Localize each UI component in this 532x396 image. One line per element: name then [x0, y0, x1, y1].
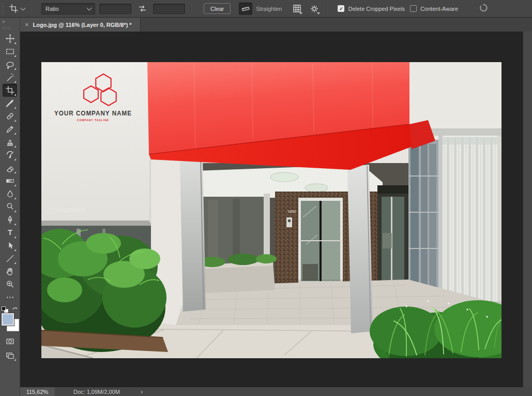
ellipsis-icon [5, 292, 15, 302]
close-tab-icon[interactable]: × [25, 21, 29, 28]
crop-height-input[interactable] [153, 4, 185, 14]
healing-brush-tool[interactable] [3, 110, 17, 123]
line-tool[interactable] [3, 252, 17, 265]
status-chevron-icon[interactable]: › [141, 389, 143, 394]
status-bar: 115,62% Doc: 1,09M/2,00M › [20, 387, 532, 396]
document-tab[interactable]: × Logo.jpg @ 116% (Layer 0, RGB/8*) * [20, 18, 141, 32]
history-brush-tool-icon [5, 150, 15, 160]
screen-mode-button[interactable] [3, 349, 17, 362]
history-brush-tool[interactable] [3, 149, 17, 162]
planter-box [193, 254, 277, 294]
divider [326, 3, 327, 14]
path-selection-tool[interactable] [3, 239, 17, 252]
quick-mask-button[interactable] [3, 335, 17, 348]
company-name-text: YOUR COMPANY NAME [54, 110, 132, 117]
move-tool[interactable] [3, 32, 17, 45]
clear-button[interactable]: Clear [204, 3, 231, 14]
content-aware-checkbox[interactable] [410, 5, 417, 12]
eraser-tool-icon [5, 163, 15, 173]
straighten-button[interactable] [239, 3, 252, 15]
document-size-info: Doc: 1,09M/2,00M [73, 389, 120, 395]
type-tool[interactable]: T [3, 226, 17, 239]
chevron-down-icon [317, 12, 320, 14]
overlay-options-button[interactable] [290, 3, 303, 15]
gradient-tool[interactable] [3, 174, 17, 187]
eraser-tool[interactable] [3, 162, 17, 174]
divider [30, 3, 31, 14]
document-tab-bar: × Logo.jpg @ 116% (Layer 0, RGB/8*) * [20, 18, 532, 32]
dodge-tool-icon [5, 202, 15, 212]
zoom-tool-icon [5, 280, 15, 289]
crop-tool[interactable] [3, 84, 17, 97]
blur-tool[interactable] [3, 187, 17, 200]
screen-mode-icon [5, 350, 15, 360]
collapsed-panel-strip[interactable] [523, 32, 532, 387]
crop-tool-icon [5, 85, 15, 95]
ratio-dropdown[interactable]: Ratio [41, 3, 95, 14]
expand-panel-button[interactable]: » [0, 18, 20, 26]
blur-tool-icon [5, 189, 15, 199]
pen-tool[interactable] [3, 213, 17, 226]
address-number: 1680 [287, 209, 296, 214]
type-tool-icon: T [5, 228, 15, 238]
quick-selection-tool[interactable] [3, 71, 17, 84]
selection-arrow-icon [5, 241, 15, 251]
pen-tool-icon [5, 215, 15, 225]
hand-tool[interactable] [3, 265, 17, 278]
eyedropper-tool[interactable] [3, 97, 17, 110]
quick-mask-icon [5, 336, 15, 346]
svg-text:T: T [7, 228, 12, 237]
foreground-color-swatch[interactable] [2, 313, 14, 326]
dodge-tool[interactable] [3, 200, 17, 213]
watermark-text: 70663553 [54, 207, 84, 215]
reset-button[interactable] [478, 3, 489, 16]
move-tool-icon [5, 34, 15, 43]
crop-options-button[interactable] [308, 3, 321, 15]
clone-stamp-tool-icon [5, 137, 15, 147]
crop-icon [9, 4, 19, 13]
rectangular-marquee-tool[interactable] [3, 45, 17, 58]
chevron-down-icon [87, 5, 92, 10]
chevron-down-icon [21, 5, 26, 10]
intercom-panel [286, 217, 292, 227]
healing-brush-tool-icon [5, 111, 15, 121]
line-tool-icon [5, 254, 15, 263]
window-curtains [443, 137, 497, 308]
ceiling-light [270, 172, 298, 182]
panel-grip [2, 27, 10, 30]
crop-width-input[interactable] [99, 4, 131, 14]
delete-cropped-pixels-label: Delete Cropped Pixels [348, 6, 404, 12]
eyedropper-tool-icon [5, 98, 15, 108]
pencil-tool[interactable] [3, 123, 17, 136]
crop-tool-preset-button[interactable] [9, 4, 25, 13]
straighten-icon [241, 4, 250, 13]
left-bushes [41, 229, 168, 352]
red-canopy [147, 62, 435, 170]
content-aware-label: Content-Aware [420, 6, 458, 12]
swap-arrows-icon [138, 4, 147, 13]
swap-dimensions-button[interactable] [135, 3, 149, 15]
document-tab-title: Logo.jpg @ 116% (Layer 0, RGB/8*) * [33, 22, 132, 28]
pencil-tool-icon [5, 124, 15, 134]
entrance-door [298, 198, 343, 285]
options-bar: Ratio Clear Straighten ✓ Delet [0, 0, 532, 18]
zoom-tool[interactable] [3, 278, 17, 291]
chevron-down-icon [299, 12, 302, 14]
delete-cropped-pixels-checkbox[interactable]: ✓ [338, 5, 344, 12]
divider [190, 3, 191, 14]
side-entrance [377, 185, 408, 287]
marquee-tool-icon [5, 47, 15, 56]
lasso-tool[interactable] [3, 58, 17, 71]
photo-canvas[interactable]: YOUR COMPANY NAME COMPANY TAGLINE [41, 62, 501, 358]
panel-grip [1, 3, 5, 14]
zoom-level-field[interactable]: 115,62% [20, 387, 55, 396]
check-icon: ✓ [339, 6, 343, 11]
more-tools-button[interactable] [3, 291, 17, 304]
reset-icon [478, 3, 489, 13]
right-building [408, 62, 501, 321]
ratio-dropdown-value: Ratio [45, 6, 59, 12]
canvas-area[interactable]: YOUR COMPANY NAME COMPANY TAGLINE [20, 32, 523, 387]
default-colors-icon[interactable] [2, 306, 8, 313]
clone-stamp-tool[interactable] [3, 136, 17, 149]
tools-panel: » T [0, 18, 20, 396]
